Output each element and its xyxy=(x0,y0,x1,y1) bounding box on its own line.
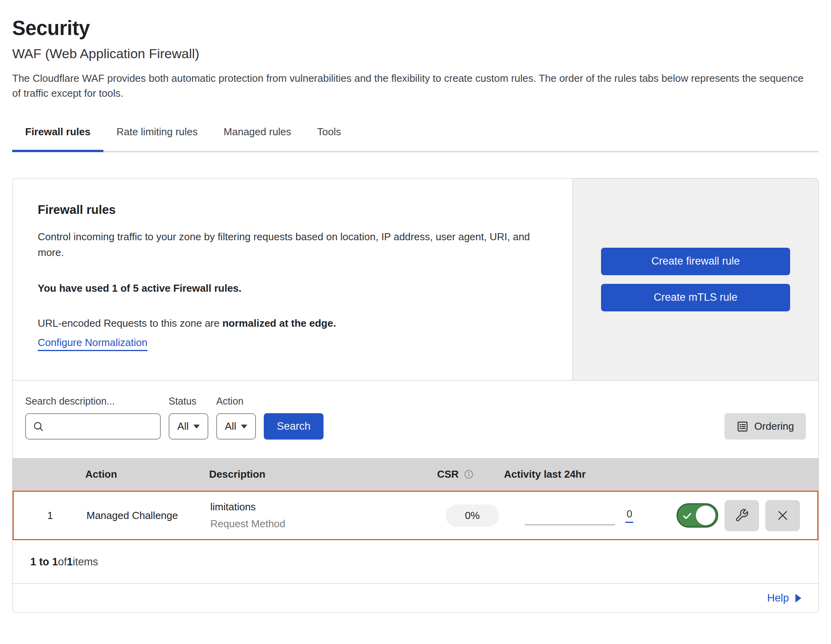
activity-count-link[interactable]: 0 xyxy=(625,508,633,523)
chevron-down-icon xyxy=(241,425,247,429)
status-filter-group: Status All xyxy=(169,396,208,440)
status-label: Status xyxy=(169,396,208,407)
firewall-rules-overview-card: Firewall rules Control incoming traffic … xyxy=(12,178,819,381)
search-label: Search description... xyxy=(25,396,161,407)
normalization-note: URL-encoded Requests to this zone are no… xyxy=(38,317,547,329)
tab-tools[interactable]: Tools xyxy=(304,120,354,152)
help-row: Help xyxy=(13,583,818,612)
tab-rate-limiting-rules[interactable]: Rate limiting rules xyxy=(103,120,211,152)
overview-description: Control incoming traffic to your zone by… xyxy=(38,229,547,260)
activity-column-header: Activity last 24hr xyxy=(504,468,673,480)
rule-description: limitations xyxy=(210,501,438,513)
description-column-header: Description xyxy=(209,468,437,480)
search-button[interactable]: Search xyxy=(264,413,324,440)
csr-badge: 0% xyxy=(446,504,499,527)
rule-activity-cell: 0 xyxy=(505,492,674,539)
create-firewall-rule-button[interactable]: Create firewall rule xyxy=(601,248,790,275)
info-icon[interactable] xyxy=(463,469,474,480)
activity-sparkline xyxy=(525,524,615,525)
page-title: Security xyxy=(12,0,819,40)
page-subtitle: WAF (Web Application Firewall) xyxy=(12,46,819,61)
filter-bar: Search description... Status All Action xyxy=(13,381,818,458)
overview-info: Firewall rules Control incoming traffic … xyxy=(13,178,572,380)
rule-match-type: Request Method xyxy=(210,518,438,530)
rules-tab-bar: Firewall rules Rate limiting rules Manag… xyxy=(12,120,819,152)
close-icon xyxy=(776,509,789,522)
rule-controls xyxy=(674,500,817,531)
normalization-bold: normalized at the edge. xyxy=(222,317,336,329)
action-select[interactable]: All xyxy=(216,413,256,440)
ordering-button[interactable]: Ordering xyxy=(724,413,806,440)
search-box[interactable] xyxy=(25,413,161,440)
search-group: Search description... xyxy=(25,396,161,440)
status-selected-value: All xyxy=(177,420,189,432)
check-icon xyxy=(682,511,692,521)
tab-managed-rules[interactable]: Managed rules xyxy=(211,120,304,152)
action-column-header: Action xyxy=(85,468,209,480)
edit-rule-button[interactable] xyxy=(724,500,759,531)
firewall-rule-row: 1 Managed Challenge limitations Request … xyxy=(13,491,818,540)
chevron-down-icon xyxy=(193,425,200,429)
items-range: 1 to 1 xyxy=(30,556,58,568)
rule-enabled-toggle[interactable] xyxy=(677,503,718,528)
overview-heading: Firewall rules xyxy=(38,203,547,217)
usage-summary: You have used 1 of 5 active Firewall rul… xyxy=(38,282,547,294)
actions-panel: Create firewall rule Create mTLS rule xyxy=(572,178,818,380)
search-input[interactable] xyxy=(49,420,156,433)
list-ordering-icon xyxy=(736,420,749,433)
configure-normalization-link[interactable]: Configure Normalization xyxy=(38,337,147,351)
table-header-row: Action Description CSR Activity last 24h… xyxy=(13,458,818,491)
pagination-summary: 1 to 1 of 1 items xyxy=(13,540,818,583)
tab-firewall-rules[interactable]: Firewall rules xyxy=(12,120,103,152)
page-description: The Cloudflare WAF provides both automat… xyxy=(12,71,810,101)
ordering-button-label: Ordering xyxy=(754,420,794,432)
arrow-right-icon xyxy=(794,593,802,603)
status-select[interactable]: All xyxy=(169,413,208,440)
toggle-knob xyxy=(696,506,715,525)
create-mtls-rule-button[interactable]: Create mTLS rule xyxy=(601,284,790,311)
rule-csr-cell: 0% xyxy=(438,504,505,527)
items-total: 1 xyxy=(67,556,73,568)
waf-security-page: Security WAF (Web Application Firewall) … xyxy=(0,0,831,613)
firewall-rules-list-card: Search description... Status All Action xyxy=(12,381,819,613)
rule-action: Managed Challenge xyxy=(86,510,210,522)
action-selected-value: All xyxy=(225,420,236,432)
delete-rule-button[interactable] xyxy=(765,500,800,531)
help-link-label: Help xyxy=(767,592,789,604)
help-link[interactable]: Help xyxy=(767,592,802,604)
action-label: Action xyxy=(216,396,256,407)
csr-column-header: CSR xyxy=(437,468,504,480)
search-icon xyxy=(32,420,45,433)
rule-description-cell: limitations Request Method xyxy=(210,501,438,530)
action-filter-group: Action All xyxy=(216,396,256,440)
wrench-icon xyxy=(735,508,749,523)
rule-priority: 1 xyxy=(14,510,86,522)
normalization-text: URL-encoded Requests to this zone are xyxy=(38,317,222,329)
